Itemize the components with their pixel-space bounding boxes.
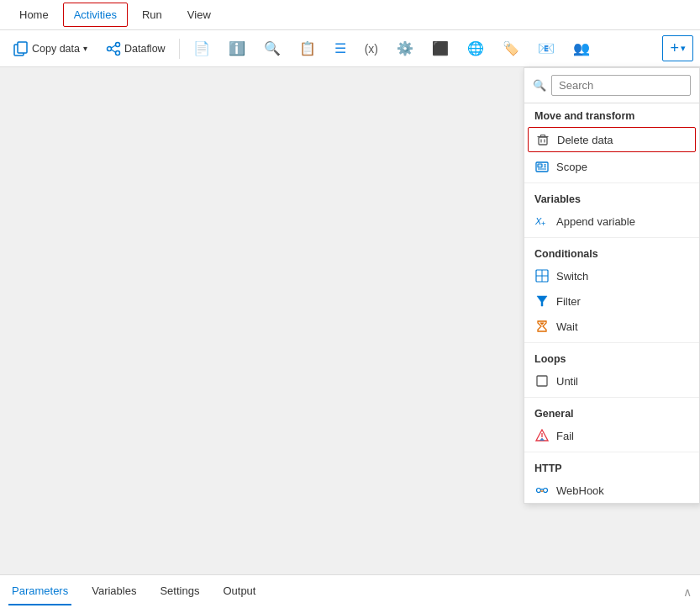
menu-item-webhook-label: WebHook: [556, 484, 604, 497]
toolbar-icon-var[interactable]: (x): [358, 39, 385, 59]
menu-item-filter[interactable]: Filter: [524, 288, 699, 314]
toolbar-icon-info[interactable]: ℹ️: [222, 37, 252, 60]
toolbar-icon-doc[interactable]: 📋: [292, 37, 323, 60]
svg-rect-23: [537, 376, 547, 386]
menu-item-fail[interactable]: Fail: [524, 423, 699, 448]
toolbar-icon-list[interactable]: ☰: [328, 37, 353, 60]
copy-data-button[interactable]: Copy data ▾: [7, 38, 94, 60]
menu-item-switch-label: Switch: [556, 270, 588, 283]
copy-data-chevron: ▾: [83, 44, 87, 53]
svg-rect-13: [538, 164, 542, 167]
fail-icon: [534, 428, 550, 443]
until-icon: [534, 373, 550, 389]
menu-item-scope[interactable]: Scope: [524, 154, 699, 179]
svg-line-6: [111, 50, 115, 52]
svg-point-27: [537, 489, 541, 493]
menu-item-fail-label: Fail: [556, 430, 574, 442]
info-icon: ℹ️: [229, 40, 245, 56]
divider-1: [524, 182, 699, 183]
nav-view[interactable]: View: [176, 3, 222, 27]
section-variables-header: Variables: [524, 187, 699, 209]
toolbar-icon-page[interactable]: 📄: [187, 37, 217, 60]
menu-item-wait[interactable]: Wait: [524, 314, 699, 339]
delete-data-icon: [535, 132, 550, 147]
menu-item-until[interactable]: Until: [524, 368, 699, 394]
svg-point-4: [115, 50, 119, 55]
bottom-tabs: Parameters Variables Settings Output ∧: [0, 574, 700, 608]
svg-rect-1: [18, 42, 27, 53]
tab-parameters[interactable]: Parameters: [8, 578, 71, 605]
section-http-header: HTTP: [524, 456, 699, 478]
search-input[interactable]: [551, 75, 691, 96]
toolbar-icon-transform[interactable]: ⬛: [425, 37, 455, 60]
cloud-icon: 🏷️: [503, 40, 519, 56]
divider-5: [524, 452, 699, 452]
menu-item-scope-label: Scope: [556, 161, 587, 173]
scope-icon: [534, 159, 550, 174]
divider-3: [524, 342, 699, 343]
menu-item-wait-label: Wait: [556, 320, 578, 333]
nav-home[interactable]: Home: [8, 3, 60, 27]
filter-icon: [534, 293, 550, 309]
main-area: 🔍 Move and transform Delete data: [0, 67, 700, 574]
menu-item-delete-data-label: Delete data: [557, 134, 613, 146]
connect-icon: ⚙️: [397, 40, 413, 56]
toolbar-icon-globe[interactable]: 🌐: [461, 37, 491, 60]
section-general-header: General: [524, 401, 699, 423]
menu-item-webhook[interactable]: WebHook: [524, 478, 699, 503]
nav-activities[interactable]: Activities: [63, 3, 128, 27]
webhook-icon: [534, 483, 550, 498]
menu-item-until-label: Until: [556, 375, 578, 388]
toolbar-sep-1: [179, 39, 180, 59]
toolbar-icon-connect[interactable]: ⚙️: [390, 37, 420, 60]
svg-point-3: [115, 42, 119, 46]
teams-icon: 👥: [573, 40, 590, 56]
nav-run[interactable]: Run: [131, 3, 173, 27]
doc-icon: 📋: [299, 40, 316, 56]
menu-item-append-variable[interactable]: X + Append variable: [524, 209, 699, 234]
section-loops-header: Loops: [524, 346, 699, 368]
list-icon: ☰: [334, 40, 346, 56]
outlook-icon: 📧: [538, 40, 555, 56]
svg-line-5: [111, 45, 115, 47]
section-move-transform-header: Move and transform: [524, 103, 699, 125]
append-variable-icon: X +: [534, 214, 550, 229]
svg-marker-22: [537, 296, 547, 306]
search-box-icon: 🔍: [533, 79, 546, 92]
switch-icon: [534, 268, 550, 283]
globe-icon: 🌐: [467, 40, 484, 56]
search-icon: 🔍: [264, 40, 281, 56]
section-conditionals-header: Conditionals: [524, 241, 699, 263]
menu-item-append-variable-label: Append variable: [556, 215, 635, 228]
toolbar-icon-search[interactable]: 🔍: [257, 37, 287, 60]
add-chevron-icon: ▾: [681, 43, 686, 54]
divider-2: [524, 237, 699, 238]
svg-point-28: [544, 489, 548, 493]
copy-data-label: Copy data: [32, 43, 80, 55]
menu-item-switch[interactable]: Switch: [524, 263, 699, 288]
top-nav: Home Activities Run View: [0, 0, 700, 30]
toolbar-icon-teams[interactable]: 👥: [566, 37, 597, 60]
toolbar-icon-outlook[interactable]: 📧: [531, 37, 561, 60]
dataflow-icon: [106, 41, 121, 56]
menu-item-delete-data[interactable]: Delete data: [528, 127, 696, 152]
plus-icon: +: [670, 40, 679, 57]
svg-text:+: +: [541, 219, 545, 228]
menu-item-filter-label: Filter: [556, 295, 581, 308]
dataflow-label: Dataflow: [124, 43, 166, 55]
collapse-icon[interactable]: ∧: [683, 585, 692, 599]
page-icon: 📄: [193, 40, 210, 56]
wait-icon: [534, 319, 550, 334]
copy-data-icon: [13, 41, 29, 56]
add-activity-button[interactable]: + ▾: [662, 35, 693, 61]
divider-4: [524, 397, 699, 398]
search-box: 🔍: [524, 68, 699, 103]
tab-settings[interactable]: Settings: [156, 578, 203, 605]
svg-point-2: [107, 46, 111, 50]
tab-variables[interactable]: Variables: [88, 578, 139, 605]
toolbar-icon-cloud[interactable]: 🏷️: [496, 37, 526, 60]
variable-icon: (x): [365, 42, 378, 56]
tab-output[interactable]: Output: [219, 578, 259, 605]
dataflow-button[interactable]: Dataflow: [99, 38, 172, 60]
activity-dropdown-panel: 🔍 Move and transform Delete data: [524, 67, 700, 504]
